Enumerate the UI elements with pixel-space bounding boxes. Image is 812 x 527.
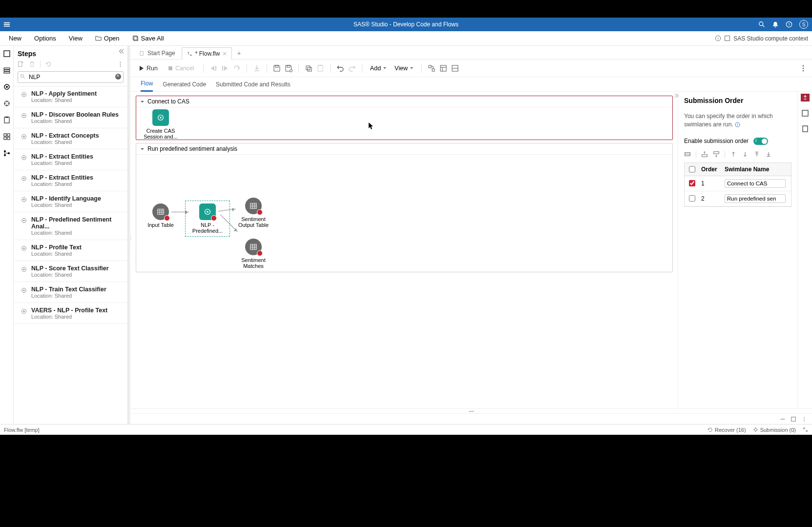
prop-tab-clipboard-icon[interactable] — [801, 125, 809, 133]
swimlane-icon[interactable] — [451, 64, 459, 72]
refresh-icon[interactable] — [45, 61, 52, 67]
step-item[interactable]: NLP - Extract ConceptsLocation: Shared — [14, 128, 127, 149]
move-bottom-icon[interactable] — [765, 151, 772, 158]
notifications-icon[interactable] — [772, 21, 779, 28]
rail-steps-icon[interactable] — [3, 83, 11, 91]
move-down-icon[interactable] — [742, 151, 749, 158]
step-location: Location: Shared — [31, 202, 101, 208]
svg-text:i: i — [737, 122, 738, 127]
rail-snippets-icon[interactable] — [3, 100, 11, 107]
info-icon[interactable]: i — [735, 122, 740, 127]
more-options-icon[interactable] — [117, 61, 124, 67]
insert-below-icon[interactable] — [713, 151, 720, 158]
rail-libraries-icon[interactable] — [3, 66, 11, 74]
step-item[interactable]: NLP - Score Text ClassifierLocation: Sha… — [14, 261, 127, 282]
insert-above-icon[interactable] — [701, 151, 708, 158]
row-name-input[interactable] — [725, 194, 786, 203]
step-item[interactable]: VAERS - NLP - Profile TextLocation: Shar… — [14, 303, 127, 324]
pin-panel-button[interactable] — [801, 94, 810, 101]
step-item[interactable]: NLP - Train Text ClassifierLocation: Sha… — [14, 282, 127, 303]
swimlane-header[interactable]: Run predefined sentiment analysis — [136, 143, 672, 155]
svg-point-10 — [6, 86, 8, 88]
flow-canvas[interactable]: Connect to CAS Create CAS Session and...… — [131, 92, 678, 408]
rail-git-icon[interactable] — [3, 149, 11, 157]
subtab-flow[interactable]: Flow — [141, 77, 153, 92]
swimlane-header[interactable]: Connect to CAS — [136, 96, 672, 107]
layout-icon[interactable] — [439, 64, 447, 72]
svg-rect-57 — [318, 65, 323, 71]
step-item[interactable]: NLP - Extract EntitiesLocation: Shared — [14, 170, 127, 191]
menu-new[interactable]: New — [4, 33, 26, 44]
select-all-checkbox[interactable] — [689, 166, 695, 173]
subtab-generated-code[interactable]: Generated Code — [163, 78, 206, 91]
swimlane-connect-to-cas[interactable]: Connect to CAS Create CAS Session and... — [136, 96, 673, 140]
compute-context[interactable]: i SAS Studio compute context — [715, 35, 808, 42]
tab-flow[interactable]: * Flow.flw — [182, 47, 232, 60]
help-icon[interactable]: ? — [786, 21, 792, 28]
run-button[interactable]: Run — [136, 63, 161, 73]
steps-search-input[interactable] — [18, 71, 124, 83]
user-avatar[interactable]: S — [799, 20, 808, 29]
step-item[interactable]: NLP - Identify LanguageLocation: Shared — [14, 191, 127, 212]
menu-view[interactable]: View — [64, 33, 87, 44]
menu-save-all[interactable]: Save All — [127, 33, 169, 44]
status-submission[interactable]: Submission (0) — [753, 427, 796, 433]
more-icon[interactable] — [799, 64, 807, 72]
order-toolbar — [684, 151, 791, 158]
copy-icon[interactable] — [305, 64, 312, 72]
save-as-icon[interactable] — [285, 64, 292, 72]
delete-icon[interactable] — [29, 61, 35, 67]
node-nlp-predefined[interactable]: NLP - Predefined... — [188, 203, 227, 234]
order-row[interactable]: 1 — [685, 176, 791, 191]
new-tab-button[interactable]: + — [233, 47, 245, 59]
menu-options[interactable]: Options — [29, 33, 61, 44]
status-expand[interactable] — [803, 427, 808, 432]
enable-order-toggle[interactable]: I — [753, 138, 768, 145]
tab-start-page[interactable]: Start Page — [134, 47, 181, 59]
node-input-table[interactable]: Input Table — [141, 203, 180, 228]
status-recover[interactable]: Recover (16) — [708, 427, 746, 433]
view-dropdown[interactable]: View — [393, 64, 416, 73]
step-item[interactable]: NLP - Profile TextLocation: Shared — [14, 240, 127, 261]
step-item[interactable]: NLP - Extract EntitiesLocation: Shared — [14, 149, 127, 170]
svg-point-84 — [804, 420, 805, 421]
search-icon[interactable] — [758, 21, 765, 28]
node-sentiment-matches[interactable]: Sentiment Matches — [234, 239, 273, 269]
close-tab-icon[interactable] — [223, 52, 227, 56]
row-checkbox[interactable] — [689, 195, 695, 202]
rail-grid-icon[interactable] — [3, 133, 11, 141]
row-name-input[interactable] — [725, 179, 786, 188]
node-create-cas[interactable]: Create CAS Session and... — [141, 109, 180, 140]
nlp-step-icon — [199, 203, 216, 220]
maximize-output-icon[interactable] — [791, 416, 796, 422]
save-icon[interactable] — [273, 64, 281, 72]
arrange-icon[interactable] — [428, 64, 436, 72]
svg-point-54 — [290, 69, 292, 72]
main-menu-button[interactable] — [0, 21, 14, 28]
horizontal-splitter[interactable]: •••• — [131, 408, 812, 413]
step-item[interactable]: NLP - Predefined Sentiment Anal...Locati… — [14, 212, 127, 240]
minimize-output-icon[interactable] — [780, 416, 786, 422]
output-more-icon[interactable] — [801, 416, 807, 422]
menu-open[interactable]: Open — [90, 33, 125, 44]
step-name: NLP - Profile Text — [31, 244, 82, 251]
subtab-submitted[interactable]: Submitted Code and Results — [216, 78, 291, 91]
prop-tab-node-icon[interactable] — [801, 109, 809, 117]
move-top-icon[interactable] — [753, 151, 760, 158]
add-swimlane-icon[interactable] — [684, 151, 691, 158]
rail-open-icon[interactable] — [3, 50, 11, 58]
add-dropdown[interactable]: Add — [368, 64, 389, 73]
swimlane-sentiment-analysis[interactable]: Run predefined sentiment analysis Input … — [136, 143, 673, 272]
new-step-icon[interactable] — [18, 61, 24, 67]
step-item[interactable]: NLP - Discover Boolean RulesLocation: Sh… — [14, 107, 127, 128]
move-up-icon[interactable] — [730, 151, 737, 158]
clear-search-icon[interactable] — [115, 74, 121, 80]
rail-clipboard-icon[interactable] — [3, 116, 11, 124]
expand-properties-icon[interactable] — [674, 93, 680, 100]
row-checkbox[interactable] — [689, 180, 695, 186]
order-row[interactable]: 2 — [685, 191, 791, 206]
node-sentiment-output[interactable]: Sentiment Output Table — [234, 198, 273, 228]
step-item[interactable]: NLP - Apply SentimentLocation: Shared — [14, 86, 127, 107]
undo-icon[interactable] — [336, 64, 344, 72]
collapse-panel-button[interactable] — [118, 48, 125, 57]
